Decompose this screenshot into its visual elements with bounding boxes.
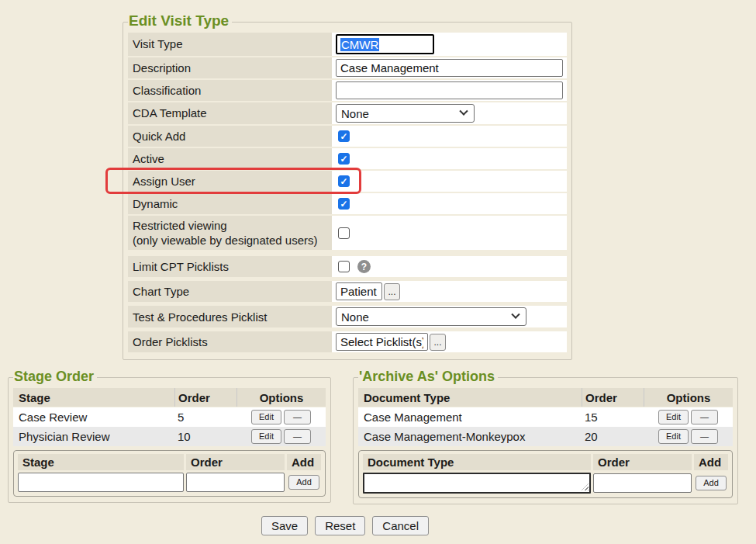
test-procedures-picklist-select[interactable]: None xyxy=(336,307,526,326)
chart-type-browse-button[interactable]: ... xyxy=(384,283,400,300)
cda-template-label: CDA Template xyxy=(128,102,332,124)
visit-type-input[interactable]: CMWR xyxy=(336,34,434,54)
dynamic-row: Dynamic xyxy=(128,193,567,214)
order-picklists-label: Order Picklists xyxy=(128,331,332,352)
add-column-header: Add xyxy=(694,454,728,470)
table-row: Case Review 5 Edit — xyxy=(13,407,326,427)
limit-cpt-picklists-label: Limit CPT Picklists xyxy=(128,256,332,277)
edit-button[interactable]: Edit xyxy=(251,429,281,443)
add-stage-button[interactable]: Add xyxy=(288,475,319,489)
stage-order-value: 10 xyxy=(174,428,236,445)
new-document-type-input[interactable] xyxy=(363,473,591,494)
description-row: Description xyxy=(128,57,567,78)
visit-type-label: Visit Type xyxy=(128,33,332,56)
assign-user-row: Assign User xyxy=(128,171,567,192)
visit-type-selected-text: CMWR xyxy=(340,38,379,51)
document-order-value: 15 xyxy=(582,409,644,425)
limit-cpt-picklists-row: Limit CPT Picklists ? xyxy=(128,256,567,277)
archive-as-table-header: Document Type Order Options xyxy=(358,388,733,407)
dynamic-checkbox[interactable] xyxy=(338,198,350,210)
test-procedures-picklist-row: Test & Procedures Picklist None xyxy=(128,306,567,327)
classification-input[interactable] xyxy=(336,81,563,99)
cda-template-selected-value: None xyxy=(341,107,369,120)
quick-add-checkbox[interactable] xyxy=(338,130,350,142)
chart-type-input[interactable] xyxy=(336,282,382,300)
add-order-column-header: Order xyxy=(593,454,692,470)
chevron-down-icon xyxy=(511,310,520,319)
options-column-header: Options xyxy=(644,388,733,407)
cda-template-row: CDA Template None xyxy=(128,102,567,124)
visit-type-value-cell: CMWR xyxy=(332,33,567,56)
edit-button[interactable]: Edit xyxy=(658,410,689,424)
chevron-down-icon xyxy=(459,107,468,116)
stage-order-table-header: Stage Order Options xyxy=(13,388,326,407)
chart-type-label: Chart Type xyxy=(128,281,332,302)
assign-user-label: Assign User xyxy=(128,171,332,192)
stage-name: Physician Review xyxy=(13,428,174,445)
form-action-bar: Save Reset Cancel xyxy=(0,516,690,535)
edit-visit-type-legend: Edit Visit Type xyxy=(128,12,232,31)
cancel-button[interactable]: Cancel xyxy=(372,516,429,535)
dynamic-label: Dynamic xyxy=(128,193,332,214)
description-input[interactable] xyxy=(336,59,563,77)
stage-order-panel: Stage Order Stage Order Options Case Rev… xyxy=(8,369,331,503)
edit-button[interactable]: Edit xyxy=(251,410,281,424)
add-order-column-header: Order xyxy=(186,454,285,470)
order-picklists-browse-button[interactable]: ... xyxy=(430,334,446,351)
quick-add-label: Quick Add xyxy=(128,126,332,147)
table-row: Physician Review 10 Edit — xyxy=(13,427,326,446)
order-column-header: Order xyxy=(582,388,644,407)
description-label: Description xyxy=(128,57,332,78)
classification-row: Classification xyxy=(128,80,567,101)
table-row: Case Management-Monkeypox 20 Edit — xyxy=(358,427,733,446)
visit-type-row: Visit Type CMWR xyxy=(128,33,567,56)
assign-user-checkbox[interactable] xyxy=(338,175,350,187)
limit-cpt-picklists-checkbox[interactable] xyxy=(338,261,350,272)
order-picklists-input[interactable] xyxy=(336,333,428,351)
order-picklists-row: Order Picklists ... xyxy=(128,331,567,352)
stage-name: Case Review xyxy=(13,409,174,425)
remove-button[interactable]: — xyxy=(691,429,718,443)
new-stage-input[interactable] xyxy=(18,473,184,492)
add-document-type-button[interactable]: Add xyxy=(696,476,727,490)
remove-button[interactable]: — xyxy=(691,410,718,424)
save-button[interactable]: Save xyxy=(261,516,308,535)
cda-template-select[interactable]: None xyxy=(336,104,475,123)
classification-label: Classification xyxy=(128,80,332,101)
restricted-viewing-row: Restricted viewing (only viewable by des… xyxy=(128,216,567,250)
new-stage-order-input[interactable] xyxy=(186,473,285,492)
active-label: Active xyxy=(128,148,332,169)
archive-as-options-legend: 'Archive As' Options xyxy=(358,369,498,386)
order-column-header: Order xyxy=(174,388,236,407)
add-document-type-column-header: Document Type xyxy=(363,454,591,470)
help-icon[interactable]: ? xyxy=(357,260,371,273)
options-column-header: Options xyxy=(236,388,326,407)
active-checkbox[interactable] xyxy=(338,153,350,165)
table-row: Case Management 15 Edit — xyxy=(358,407,733,427)
edit-button[interactable]: Edit xyxy=(658,429,689,443)
restricted-viewing-label: Restricted viewing (only viewable by des… xyxy=(128,216,332,250)
quick-add-row: Quick Add xyxy=(128,126,567,147)
stage-order-value: 5 xyxy=(174,409,236,425)
stage-order-legend: Stage Order xyxy=(13,369,97,386)
active-row: Active xyxy=(128,148,567,169)
remove-button[interactable]: — xyxy=(284,410,311,424)
stage-column-header: Stage xyxy=(13,390,174,406)
document-order-value: 20 xyxy=(582,428,644,445)
document-type-name: Case Management xyxy=(358,409,582,425)
add-column-header: Add xyxy=(287,454,321,470)
restricted-viewing-checkbox[interactable] xyxy=(338,227,350,239)
add-stage-box: Stage Order Add Add xyxy=(13,450,326,497)
new-document-order-input[interactable] xyxy=(593,473,692,493)
edit-visit-type-panel: Edit Visit Type Visit Type CMWR Descript… xyxy=(123,12,572,360)
archive-as-options-panel: 'Archive As' Options Document Type Order… xyxy=(353,369,738,504)
test-procedures-selected-value: None xyxy=(341,310,369,324)
document-type-column-header: Document Type xyxy=(358,390,582,406)
document-type-name: Case Management-Monkeypox xyxy=(358,428,582,445)
add-stage-column-header: Stage xyxy=(18,454,184,470)
add-document-type-box: Document Type Order Add Add xyxy=(358,450,733,498)
chart-type-row: Chart Type ... xyxy=(128,281,567,302)
test-procedures-picklist-label: Test & Procedures Picklist xyxy=(128,306,332,327)
reset-button[interactable]: Reset xyxy=(315,516,365,535)
remove-button[interactable]: — xyxy=(284,429,311,443)
